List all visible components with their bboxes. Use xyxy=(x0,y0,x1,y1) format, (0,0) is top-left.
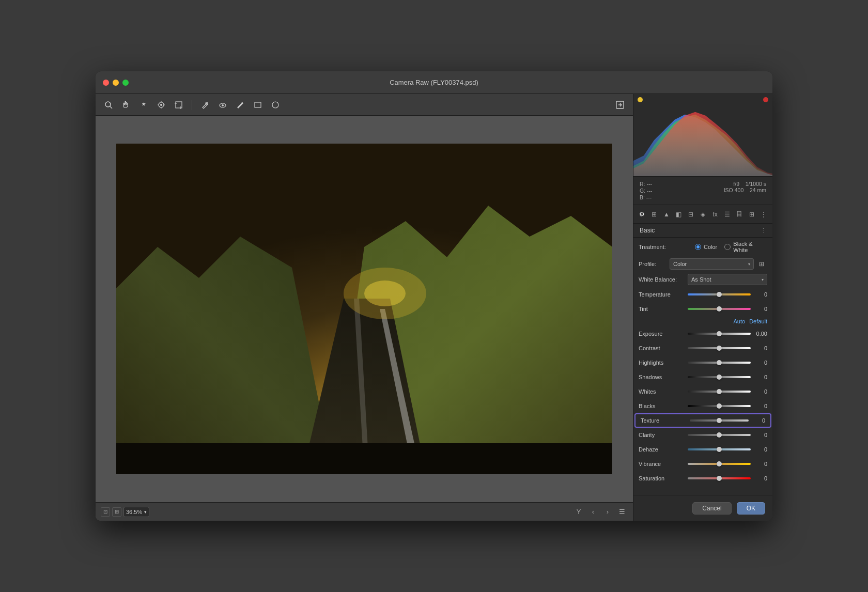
ok-button[interactable]: OK xyxy=(737,502,765,515)
close-button[interactable] xyxy=(103,80,109,86)
g-label: G: --- xyxy=(640,188,653,194)
svg-point-3 xyxy=(160,104,162,106)
white-balance-row: White Balance: As Shot ▾ xyxy=(633,272,772,287)
dehaze-slider-thumb[interactable] xyxy=(717,447,722,452)
profile-dropdown[interactable]: Color ▾ xyxy=(670,258,754,270)
texture-slider-thumb[interactable] xyxy=(717,418,722,423)
presets-icon[interactable]: 目 xyxy=(735,209,744,220)
zoom-controls: ⊡ ⊞ 36.5% ▾ xyxy=(101,507,149,517)
contrast-slider-thumb[interactable] xyxy=(717,346,722,351)
shadows-slider-thumb[interactable] xyxy=(717,375,722,380)
section-menu-icon[interactable]: ⋮ xyxy=(761,227,766,234)
effects-icon[interactable]: fx xyxy=(710,209,720,220)
photo-preview xyxy=(116,144,612,474)
panel-menu[interactable]: ⋮ xyxy=(759,209,768,220)
blacks-label: Blacks xyxy=(639,403,688,409)
adjustment-brush-tool[interactable] xyxy=(234,98,247,112)
wb-dropdown[interactable]: As Shot ▾ xyxy=(688,274,767,285)
svg-line-1 xyxy=(110,106,112,108)
exposure-slider-thumb[interactable] xyxy=(717,331,722,336)
zoom-dropdown[interactable]: 36.5% ▾ xyxy=(123,507,149,517)
profile-value: Color xyxy=(673,261,687,267)
highlights-slider-thumb[interactable] xyxy=(717,360,722,365)
graduated-filter-tool[interactable] xyxy=(251,98,265,112)
maximize-button[interactable] xyxy=(122,80,129,86)
actual-pixels-button[interactable]: ⊞ xyxy=(112,507,121,517)
open-object-button[interactable] xyxy=(613,98,627,112)
status-menu-button[interactable]: ☰ xyxy=(616,506,628,518)
detail-icon[interactable]: ⊟ xyxy=(686,209,695,220)
panel-content[interactable]: Basic ⋮ Treatment: Color Black & White xyxy=(633,224,772,495)
svg-point-15 xyxy=(272,102,278,108)
r-label: R: --- xyxy=(640,181,653,187)
exposure-label: Exposure xyxy=(639,331,688,337)
saturation-slider-thumb[interactable] xyxy=(717,476,722,481)
wb-dropdown-arrow: ▾ xyxy=(762,277,764,282)
status-workflow-button[interactable]: Y xyxy=(573,506,584,518)
whites-slider-thumb[interactable] xyxy=(717,389,722,394)
auto-link[interactable]: Auto xyxy=(734,318,746,324)
temperature-slider-track xyxy=(688,293,751,295)
color-grading-icon[interactable]: ◧ xyxy=(674,209,684,220)
saturation-value: 0 xyxy=(751,475,767,481)
shadow-clipping-indicator[interactable] xyxy=(763,97,768,102)
vibrance-slider-thumb[interactable] xyxy=(717,461,722,466)
tint-slider-thumb[interactable] xyxy=(717,306,722,311)
minimize-button[interactable] xyxy=(113,80,119,86)
vibrance-slider-container xyxy=(688,462,751,466)
saturation-slider-container xyxy=(688,476,751,480)
blacks-row: Blacks 0 xyxy=(633,399,772,413)
toolbar-separator xyxy=(192,100,192,110)
highlights-label: Highlights xyxy=(639,360,688,366)
shadows-label: Shadows xyxy=(639,374,688,380)
shadows-slider-container xyxy=(688,375,751,379)
clarity-row: Clarity 0 xyxy=(633,428,772,442)
whites-slider-track xyxy=(688,391,751,393)
crop-tool[interactable] xyxy=(172,98,185,112)
highlights-value: 0 xyxy=(751,360,767,366)
status-next-button[interactable]: › xyxy=(602,506,613,518)
status-prev-button[interactable]: ‹ xyxy=(587,506,599,518)
temperature-slider-thumb[interactable] xyxy=(717,292,722,297)
aperture-shutter: f/9 1/1000 s xyxy=(724,181,766,187)
treatment-bw-option[interactable]: Black & White xyxy=(724,241,767,253)
temperature-value: 0 xyxy=(751,291,767,298)
white-balance-tool[interactable] xyxy=(137,98,150,112)
wb-value: As Shot xyxy=(691,276,711,283)
auto-default-row: Auto Default xyxy=(633,316,772,326)
exposure-value: 0.00 xyxy=(751,331,767,337)
calibration-icon[interactable]: ☰ xyxy=(723,209,732,220)
clarity-slider-track xyxy=(688,434,751,436)
default-link[interactable]: Default xyxy=(749,318,767,324)
basic-panel-icon[interactable]: ⚙ xyxy=(638,209,647,220)
treatment-color-option[interactable]: Color xyxy=(695,244,717,250)
zoom-value: 36.5% xyxy=(126,509,142,515)
zoom-tool[interactable] xyxy=(102,98,115,112)
hand-tool[interactable] xyxy=(119,98,133,112)
dehaze-value: 0 xyxy=(751,446,767,453)
profile-label: Profile: xyxy=(639,261,670,267)
color-sampler-tool[interactable] xyxy=(154,98,168,112)
lens-corrections-icon[interactable]: ◈ xyxy=(699,209,708,220)
exposure-slider-track xyxy=(688,333,751,335)
window-title: Camera Raw (FLY00374.psd) xyxy=(390,79,478,86)
treatment-color-radio[interactable] xyxy=(695,244,701,250)
toolbar xyxy=(96,94,633,116)
profile-grid-button[interactable]: ⊞ xyxy=(756,258,767,270)
fit-screen-button[interactable]: ⊡ xyxy=(101,507,110,517)
vibrance-label: Vibrance xyxy=(639,461,688,467)
radial-filter-tool[interactable] xyxy=(269,98,282,112)
highlight-clipping-indicator[interactable] xyxy=(638,97,643,102)
redeye-tool[interactable] xyxy=(216,98,229,112)
clarity-slider-thumb[interactable] xyxy=(717,432,722,438)
snapshots-icon[interactable]: ⊞ xyxy=(747,209,756,220)
svg-point-13 xyxy=(222,104,224,106)
treatment-label: Treatment: xyxy=(639,244,688,250)
tone-curve-icon[interactable]: ⊞ xyxy=(650,209,659,220)
cancel-button[interactable]: Cancel xyxy=(692,502,731,515)
treatment-bw-radio[interactable] xyxy=(724,244,731,250)
healing-brush-tool[interactable] xyxy=(198,98,212,112)
hsl-icon[interactable]: ▲ xyxy=(662,209,671,220)
wb-label: White Balance: xyxy=(639,276,688,283)
blacks-slider-thumb[interactable] xyxy=(717,403,722,409)
